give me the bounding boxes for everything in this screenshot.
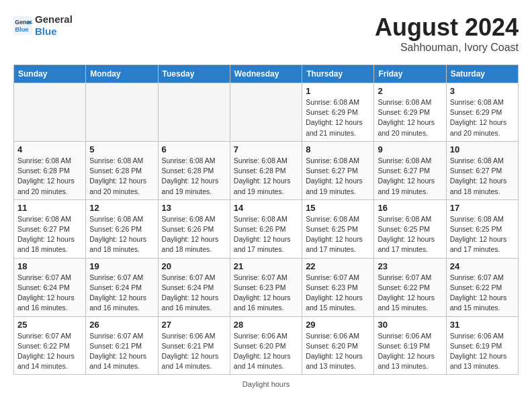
day-info: Sunrise: 6:07 AM Sunset: 6:22 PM Dayligh… (378, 273, 442, 314)
day-cell: 24Sunrise: 6:07 AM Sunset: 6:22 PM Dayli… (446, 258, 518, 316)
day-number: 12 (89, 203, 154, 213)
day-number: 17 (450, 203, 515, 213)
day-number: 30 (378, 320, 442, 330)
day-cell: 16Sunrise: 6:08 AM Sunset: 6:25 PM Dayli… (374, 199, 446, 258)
day-info: Sunrise: 6:07 AM Sunset: 6:23 PM Dayligh… (234, 273, 298, 314)
day-info: Sunrise: 6:06 AM Sunset: 6:20 PM Dayligh… (234, 331, 298, 372)
day-number: 19 (89, 261, 154, 271)
day-info: Sunrise: 6:07 AM Sunset: 6:24 PM Dayligh… (17, 273, 82, 314)
day-cell: 25Sunrise: 6:07 AM Sunset: 6:22 PM Dayli… (14, 316, 86, 375)
day-info: Sunrise: 6:08 AM Sunset: 6:27 PM Dayligh… (306, 156, 370, 197)
header-cell-saturday: Saturday (446, 65, 518, 83)
day-info: Sunrise: 6:06 AM Sunset: 6:20 PM Dayligh… (306, 331, 370, 372)
header-cell-monday: Monday (86, 65, 158, 83)
day-cell: 3Sunrise: 6:08 AM Sunset: 6:29 PM Daylig… (446, 83, 518, 142)
day-number: 20 (162, 261, 226, 271)
day-cell: 15Sunrise: 6:08 AM Sunset: 6:25 PM Dayli… (302, 199, 374, 258)
day-info: Sunrise: 6:07 AM Sunset: 6:22 PM Dayligh… (450, 273, 515, 314)
day-number: 4 (17, 144, 82, 154)
day-cell: 27Sunrise: 6:06 AM Sunset: 6:21 PM Dayli… (158, 316, 230, 375)
day-number: 1 (306, 86, 370, 96)
day-info: Sunrise: 6:08 AM Sunset: 6:28 PM Dayligh… (89, 156, 154, 197)
day-cell (86, 83, 158, 142)
day-cell: 13Sunrise: 6:08 AM Sunset: 6:26 PM Dayli… (158, 199, 230, 258)
day-cell: 14Sunrise: 6:08 AM Sunset: 6:26 PM Dayli… (230, 199, 302, 258)
day-cell: 28Sunrise: 6:06 AM Sunset: 6:20 PM Dayli… (230, 316, 302, 375)
day-info: Sunrise: 6:06 AM Sunset: 6:21 PM Dayligh… (162, 331, 226, 372)
day-info: Sunrise: 6:08 AM Sunset: 6:27 PM Dayligh… (378, 156, 442, 197)
day-cell: 20Sunrise: 6:07 AM Sunset: 6:24 PM Dayli… (158, 258, 230, 316)
day-info: Sunrise: 6:07 AM Sunset: 6:22 PM Dayligh… (17, 331, 82, 372)
day-info: Sunrise: 6:08 AM Sunset: 6:25 PM Dayligh… (306, 214, 370, 255)
day-number: 24 (450, 261, 515, 271)
day-cell: 30Sunrise: 6:06 AM Sunset: 6:19 PM Dayli… (374, 316, 446, 375)
day-number: 10 (450, 144, 515, 154)
day-number: 26 (89, 320, 154, 330)
day-info: Sunrise: 6:08 AM Sunset: 6:26 PM Dayligh… (89, 214, 154, 255)
day-number: 16 (378, 203, 442, 213)
day-cell: 11Sunrise: 6:08 AM Sunset: 6:27 PM Dayli… (14, 199, 86, 258)
day-number: 8 (306, 144, 370, 154)
svg-text:Blue: Blue (15, 26, 28, 33)
day-info: Sunrise: 6:08 AM Sunset: 6:28 PM Dayligh… (234, 156, 298, 197)
day-cell (158, 83, 230, 142)
calendar-title: August 2024 (375, 13, 519, 42)
week-row-4: 18Sunrise: 6:07 AM Sunset: 6:24 PM Dayli… (14, 258, 519, 316)
day-cell: 18Sunrise: 6:07 AM Sunset: 6:24 PM Dayli… (14, 258, 86, 316)
day-cell: 4Sunrise: 6:08 AM Sunset: 6:28 PM Daylig… (14, 141, 86, 199)
calendar-header: SundayMondayTuesdayWednesdayThursdayFrid… (14, 65, 519, 83)
day-info: Sunrise: 6:08 AM Sunset: 6:28 PM Dayligh… (162, 156, 226, 197)
day-number: 7 (234, 144, 298, 154)
day-number: 28 (234, 320, 298, 330)
day-number: 22 (306, 261, 370, 271)
header-row: SundayMondayTuesdayWednesdayThursdayFrid… (14, 65, 519, 83)
day-info: Sunrise: 6:08 AM Sunset: 6:27 PM Dayligh… (450, 156, 515, 197)
day-number: 25 (17, 320, 82, 330)
day-number: 5 (89, 144, 154, 154)
day-number: 11 (17, 203, 82, 213)
week-row-5: 25Sunrise: 6:07 AM Sunset: 6:22 PM Dayli… (14, 316, 519, 375)
day-info: Sunrise: 6:08 AM Sunset: 6:25 PM Dayligh… (450, 214, 515, 255)
day-cell: 17Sunrise: 6:08 AM Sunset: 6:25 PM Dayli… (446, 199, 518, 258)
day-info: Sunrise: 6:06 AM Sunset: 6:19 PM Dayligh… (378, 331, 442, 372)
logo: General Blue GeneralBlue (13, 13, 73, 38)
day-cell: 22Sunrise: 6:07 AM Sunset: 6:23 PM Dayli… (302, 258, 374, 316)
day-cell: 26Sunrise: 6:07 AM Sunset: 6:21 PM Dayli… (86, 316, 158, 375)
page-header: General Blue GeneralBlue August 2024 Sah… (13, 13, 519, 54)
day-cell: 1Sunrise: 6:08 AM Sunset: 6:29 PM Daylig… (302, 83, 374, 142)
day-info: Sunrise: 6:08 AM Sunset: 6:26 PM Dayligh… (234, 214, 298, 255)
day-number: 21 (234, 261, 298, 271)
day-info: Sunrise: 6:08 AM Sunset: 6:29 PM Dayligh… (450, 97, 515, 138)
day-number: 23 (378, 261, 442, 271)
calendar-body: 1Sunrise: 6:08 AM Sunset: 6:29 PM Daylig… (14, 83, 519, 375)
day-info: Sunrise: 6:07 AM Sunset: 6:24 PM Dayligh… (89, 273, 154, 314)
day-number: 14 (234, 203, 298, 213)
day-number: 15 (306, 203, 370, 213)
day-cell: 9Sunrise: 6:08 AM Sunset: 6:27 PM Daylig… (374, 141, 446, 199)
day-number: 3 (450, 86, 515, 96)
day-cell: 21Sunrise: 6:07 AM Sunset: 6:23 PM Dayli… (230, 258, 302, 316)
day-info: Sunrise: 6:08 AM Sunset: 6:25 PM Dayligh… (378, 214, 442, 255)
header-cell-friday: Friday (374, 65, 446, 83)
title-block: August 2024 Sahhouman, Ivory Coast (375, 13, 519, 54)
day-cell: 12Sunrise: 6:08 AM Sunset: 6:26 PM Dayli… (86, 199, 158, 258)
day-info: Sunrise: 6:06 AM Sunset: 6:19 PM Dayligh… (450, 331, 515, 372)
day-cell: 8Sunrise: 6:08 AM Sunset: 6:27 PM Daylig… (302, 141, 374, 199)
day-cell: 23Sunrise: 6:07 AM Sunset: 6:22 PM Dayli… (374, 258, 446, 316)
day-number: 6 (162, 144, 226, 154)
day-cell: 31Sunrise: 6:06 AM Sunset: 6:19 PM Dayli… (446, 316, 518, 375)
header-cell-sunday: Sunday (14, 65, 86, 83)
day-cell (14, 83, 86, 142)
day-cell: 29Sunrise: 6:06 AM Sunset: 6:20 PM Dayli… (302, 316, 374, 375)
day-info: Sunrise: 6:07 AM Sunset: 6:24 PM Dayligh… (162, 273, 226, 314)
header-cell-wednesday: Wednesday (230, 65, 302, 83)
day-number: 9 (378, 144, 442, 154)
day-cell: 19Sunrise: 6:07 AM Sunset: 6:24 PM Dayli… (86, 258, 158, 316)
week-row-3: 11Sunrise: 6:08 AM Sunset: 6:27 PM Dayli… (14, 199, 519, 258)
day-info: Sunrise: 6:08 AM Sunset: 6:29 PM Dayligh… (306, 97, 370, 138)
day-number: 31 (450, 320, 515, 330)
day-info: Sunrise: 6:08 AM Sunset: 6:27 PM Dayligh… (17, 214, 82, 255)
day-number: 29 (306, 320, 370, 330)
day-number: 27 (162, 320, 226, 330)
header-cell-thursday: Thursday (302, 65, 374, 83)
